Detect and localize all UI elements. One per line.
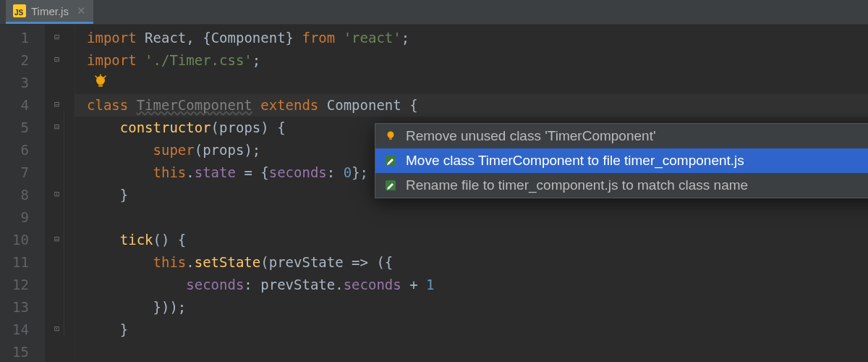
line-number: 14 [0,319,45,341]
keyword: import [87,52,145,68]
punct: = { [236,164,269,180]
punct: })); [153,299,187,315]
line-number: 13 [0,296,45,319]
identifier: Component [327,97,409,113]
line-number: 2 [0,49,45,72]
fold-open-icon[interactable]: ⊟ [52,122,61,131]
punct: , { [186,30,210,46]
line-number: 6 [0,139,45,161]
identifier: props [219,119,260,135]
code-line[interactable]: })); [75,296,868,319]
punct: ); [244,142,260,158]
punct: ( [195,142,203,158]
identifier: Component [211,30,286,46]
file-tab[interactable]: JS Timer.js ✕ [6,0,93,24]
identifier: React [145,30,186,46]
line-number: 7 [0,161,45,184]
fold-gutter: ⊟ ⊟ ⊟ ⊟ ⊡ ⊟ ⊡ [45,25,75,362]
intention-action-move-class[interactable]: Move class TimerComponent to file timer_… [375,148,868,173]
fold-close-icon[interactable]: ⊡ [52,189,61,198]
editor: 1 2 3 4 5 6 7 8 9 10 11 12 13 14 15 ⊟ ⊟ … [0,25,868,362]
tab-filename: Timer.js [31,5,69,17]
fold-open-icon[interactable]: ⊟ [52,234,61,243]
string: './Timer.css' [145,52,252,68]
intention-label: Rename file to timer_component.js to mat… [406,177,868,193]
intention-action-rename-file[interactable]: Rename file to timer_component.js to mat… [375,173,868,198]
punct: ) { [260,119,285,135]
function-name: tick [120,232,153,248]
intention-action-remove-unused[interactable]: Remove unused class 'TimerComponent' ▶ [375,124,868,148]
string: 'react' [344,30,401,46]
punct: } [286,30,302,46]
line-number: 15 [0,341,45,362]
keyword: class [87,97,137,113]
keyword: this [153,164,187,180]
punct: : [244,277,260,292]
keyword: this [153,254,187,270]
punct: { [409,97,417,113]
keyword: from [302,30,343,46]
tab-bar: JS Timer.js ✕ [0,0,868,25]
code-line[interactable]: class TimerComponent extends Component { [75,94,868,117]
punct: } [120,321,128,337]
fold-open-icon[interactable]: ⊟ [52,54,61,64]
code-line[interactable] [75,341,868,362]
line-number: 12 [0,274,45,296]
code-line[interactable]: import React, {Component} from 'react'; [75,27,868,49]
number: 0 [344,164,352,180]
property: state [195,164,236,180]
code-line[interactable]: seconds: prevState.seconds + 1 [75,274,868,296]
js-file-icon: JS [13,4,26,17]
identifier: props [203,142,244,158]
class-name: TimerComponent [137,97,252,113]
line-number: 4 [0,94,45,117]
punct: ; [401,30,409,46]
intention-bulb-icon[interactable] [93,74,109,90]
intention-label: Remove unused class 'TimerComponent' [406,128,868,144]
code-line[interactable]: } [75,319,868,341]
identifier: prevState [269,254,344,270]
punct: . [186,254,194,270]
line-number: 1 [0,27,45,49]
fold-open-icon[interactable]: ⊟ [52,32,61,41]
code-line[interactable]: tick() { [75,229,868,251]
punct: () { [153,232,187,248]
svg-point-0 [96,76,105,85]
keyword: super [153,142,195,158]
punct: => ({ [344,254,393,270]
punct: . [335,277,343,292]
line-number: 9 [0,206,45,229]
line-number: 10 [0,229,45,251]
line-number: 3 [0,72,45,94]
intention-popup: Remove unused class 'TimerComponent' ▶ M… [375,123,868,198]
punct: . [186,164,194,180]
punct: ( [211,119,219,135]
code-line[interactable]: import './Timer.css'; [75,49,868,72]
tab-bar-spacer [0,0,6,24]
fold-open-icon[interactable]: ⊟ [52,99,61,109]
identifier: prevState [260,277,335,292]
property: seconds [186,277,244,292]
intention-label: Move class TimerComponent to file timer_… [406,153,868,169]
pencil-icon [384,154,397,167]
function-name: constructor [120,119,211,135]
close-icon[interactable]: ✕ [74,4,86,17]
code-line[interactable] [75,72,868,94]
fold-close-icon[interactable]: ⊡ [52,324,61,333]
code-editor[interactable]: import React, {Component} from 'react'; … [75,25,868,362]
property: seconds [269,164,327,180]
function-name: setState [195,254,261,270]
svg-point-2 [388,132,394,138]
punct: + [401,277,426,292]
keyword: extends [252,97,327,113]
punct: : [327,164,344,180]
punct: ; [252,52,260,68]
bulb-icon [384,130,397,143]
code-line[interactable] [75,206,868,229]
code-line[interactable]: this.setState(prevState => ({ [75,251,868,274]
line-number-gutter: 1 2 3 4 5 6 7 8 9 10 11 12 13 14 15 [0,25,45,362]
svg-rect-3 [389,138,392,140]
svg-rect-1 [98,84,103,87]
pencil-icon [384,179,397,192]
line-number: 8 [0,184,45,206]
